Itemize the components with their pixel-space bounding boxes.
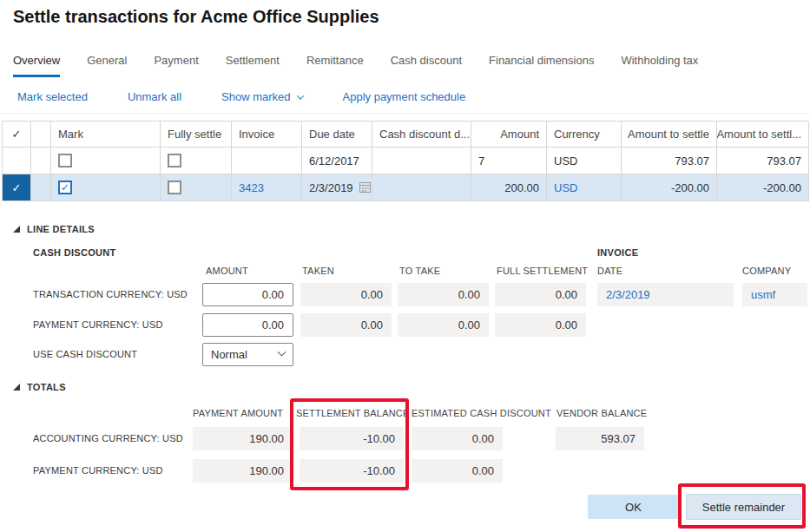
invoice-cell[interactable] (232, 148, 302, 174)
vendor-balance-column-label: VENDOR BALANCE (556, 408, 647, 418)
mark-checkbox-cell[interactable]: ✓ (51, 174, 161, 201)
invoice-date-field[interactable]: 2/3/2019 (597, 283, 734, 306)
tab-cash-discount[interactable]: Cash discount (391, 54, 462, 77)
payment-amount-column-label: PAYMENT AMOUNT (193, 408, 283, 418)
calendar-icon[interactable] (359, 182, 371, 193)
payment-currency-total-label: PAYMENT CURRENCY: USD (33, 459, 163, 483)
column-header-mark[interactable]: Mark (51, 122, 161, 148)
amount-cell[interactable]: 200.00 (471, 174, 547, 201)
accounting-payment-amount-field: 190.00 (193, 427, 293, 450)
grid-toolbar: Mark selected Unmark all Show marked App… (17, 90, 465, 103)
show-marked-label: Show marked (221, 90, 290, 103)
column-header-amount-to-settle-2[interactable]: Amount to settl... (717, 122, 809, 148)
tab-financial-dimensions[interactable]: Financial dimensions (489, 54, 594, 77)
chevron-down-icon (296, 92, 303, 99)
mark-selected-button[interactable]: Mark selected (17, 90, 88, 103)
select-all-header[interactable]: ✓ (3, 122, 31, 148)
unmark-all-button[interactable]: Unmark all (128, 90, 181, 103)
fully-settle-checkbox-unchecked[interactable] (168, 154, 181, 167)
tab-withholding-tax[interactable]: Withholding tax (621, 54, 698, 77)
accounting-estimated-cash-discount-field: 0.00 (412, 427, 503, 450)
settle-remainder-button[interactable]: Settle remainder (686, 494, 801, 520)
line-details-label: LINE DETAILS (27, 224, 95, 234)
currency-link[interactable]: USD (554, 181, 577, 194)
fully-settle-checkbox-cell[interactable] (161, 148, 232, 174)
section-expander-icon (13, 384, 20, 391)
mark-checkbox-cell[interactable] (51, 148, 161, 174)
amount-to-settle-cell[interactable]: -200.00 (622, 174, 717, 201)
show-marked-button[interactable]: Show marked (221, 90, 302, 103)
chevron-down-icon (278, 348, 286, 357)
cash-discount-date-cell[interactable] (372, 148, 471, 174)
invoice-cell[interactable]: 3423 (232, 174, 302, 201)
column-header-cash-discount-date[interactable]: Cash discount d... (372, 122, 471, 148)
tab-payment[interactable]: Payment (154, 54, 198, 77)
row-selector[interactable] (3, 148, 31, 174)
column-header-fully-settle[interactable]: Fully settle (161, 122, 232, 148)
payment-currency-label: PAYMENT CURRENCY: USD (33, 313, 163, 337)
settlement-balance-column-label: SETTLEMENT BALANCE (296, 408, 410, 418)
tab-settlement[interactable]: Settlement (226, 54, 280, 77)
invoice-group-label: INVOICE (597, 247, 638, 258)
amount-to-settle-2-cell[interactable]: -200.00 (717, 174, 809, 201)
estimated-cash-discount-column-label: ESTIMATED CASH DISCOUNT (412, 408, 551, 418)
currency-cell[interactable]: USD (547, 148, 622, 174)
due-date-cell[interactable]: 6/12/2017 (302, 148, 372, 174)
company-link[interactable]: usmf (751, 288, 775, 301)
section-expander-icon (13, 226, 20, 233)
transaction-amount-input[interactable]: 0.00 (202, 283, 293, 306)
row-selected-check-icon: ✓ (12, 181, 22, 194)
select-all-check-icon: ✓ (12, 128, 22, 141)
mark-checkbox-unchecked[interactable] (58, 154, 72, 167)
to-take-column-label: TO TAKE (399, 266, 440, 276)
transactions-grid: ✓ Mark Fully settle Invoice Due date Cas… (2, 121, 808, 201)
checkbox-check-icon: ✓ (61, 181, 69, 194)
amount-cell[interactable]: 7 (471, 148, 547, 174)
row-selector-selected[interactable]: ✓ (3, 174, 31, 201)
tab-bar: Overview General Payment Settlement Remi… (13, 54, 698, 77)
payment-full-settlement-field: 0.00 (495, 313, 586, 337)
taken-column-label: TAKEN (302, 266, 334, 276)
mark-checkbox-checked[interactable]: ✓ (58, 181, 72, 194)
column-header-amount[interactable]: Amount (471, 122, 547, 148)
payment-to-take-field: 0.00 (398, 313, 489, 337)
cash-discount-group-label: CASH DISCOUNT (33, 247, 116, 258)
line-details-section-header[interactable]: LINE DETAILS (13, 224, 95, 234)
column-header-due-date[interactable]: Due date (302, 122, 372, 148)
tab-general[interactable]: General (87, 54, 127, 77)
payment-amount-input[interactable]: 0.00 (202, 313, 293, 337)
invoice-date-link[interactable]: 2/3/2019 (606, 288, 650, 301)
spacer-column-header (31, 122, 51, 148)
payment-estimated-cash-discount-field: 0.00 (412, 459, 503, 483)
transaction-full-settlement-field: 0.00 (495, 283, 586, 306)
column-header-amount-to-settle[interactable]: Amount to settle (622, 122, 717, 148)
row-spacer-cell (31, 174, 51, 201)
fully-settle-checkbox-cell[interactable] (161, 174, 232, 201)
currency-cell[interactable]: USD (547, 174, 622, 201)
totals-section-header[interactable]: TOTALS (13, 382, 66, 392)
amount-to-settle-cell[interactable]: 793.07 (622, 148, 717, 174)
due-date-value: 2/3/2019 (309, 181, 353, 194)
use-cash-discount-label: USE CASH DISCOUNT (33, 343, 137, 366)
due-date-cell[interactable]: 2/3/2019 (302, 174, 372, 201)
fully-settle-checkbox-unchecked[interactable] (168, 181, 181, 194)
column-header-invoice[interactable]: Invoice (232, 122, 302, 148)
accounting-currency-label: ACCOUNTING CURRENCY: USD (33, 427, 183, 450)
tab-remittance[interactable]: Remittance (306, 54, 364, 77)
company-field[interactable]: usmf (742, 283, 807, 306)
invoice-link[interactable]: 3423 (239, 181, 264, 194)
toolbar-divider (0, 113, 810, 114)
apply-payment-schedule-button[interactable]: Apply payment schedule (343, 90, 466, 103)
transaction-currency-label: TRANSACTION CURRENCY: USD (33, 283, 188, 306)
page-title: Settle transactions for Acme Office Supp… (13, 7, 379, 27)
use-cash-discount-dropdown[interactable]: Normal (202, 343, 293, 366)
ok-button[interactable]: OK (588, 495, 679, 519)
accounting-settlement-balance-field: -10.00 (300, 427, 404, 450)
column-header-currency[interactable]: Currency (547, 122, 622, 148)
amount-column-label: AMOUNT (206, 266, 248, 276)
company-column-label: COMPANY (742, 266, 791, 276)
amount-to-settle-2-cell[interactable]: 793.07 (717, 148, 809, 174)
cash-discount-date-cell[interactable] (372, 174, 471, 201)
tab-overview[interactable]: Overview (13, 54, 60, 77)
settle-transactions-dialog: Settle transactions for Acme Office Supp… (0, 0, 810, 532)
